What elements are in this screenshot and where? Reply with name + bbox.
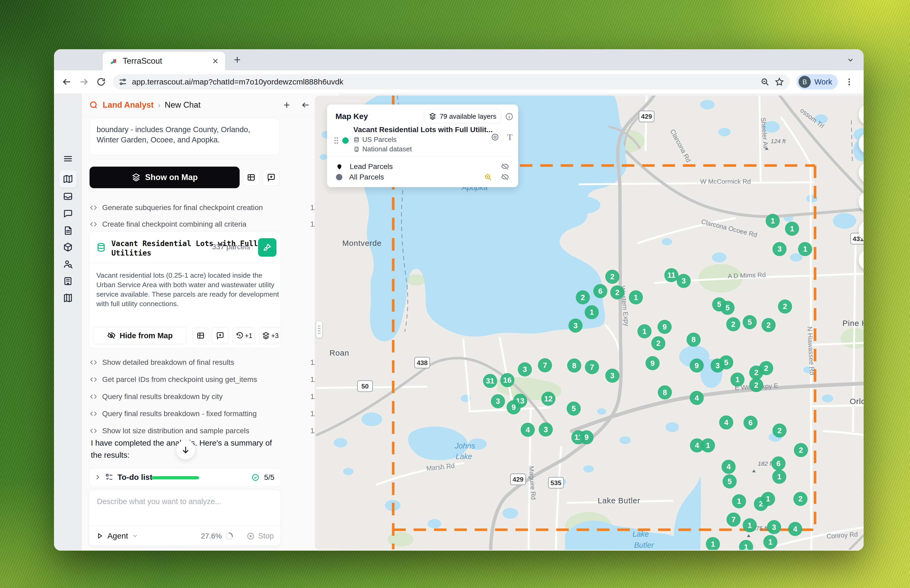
- comment-button[interactable]: [263, 169, 280, 186]
- site-settings-icon[interactable]: [118, 78, 127, 86]
- tool-step-row[interactable]: Get parcel IDs from checkpoint using get…: [89, 371, 332, 388]
- url-text[interactable]: app.terrascout.ai/map?chatId=m7o10yordew…: [132, 78, 755, 86]
- cluster-marker[interactable]: 4: [520, 423, 535, 437]
- cluster-marker[interactable]: 1: [763, 535, 777, 549]
- tab-terrascout[interactable]: TerraScout: [103, 52, 225, 70]
- cluster-marker[interactable]: 2: [761, 318, 776, 332]
- cluster-marker[interactable]: 8: [567, 359, 581, 373]
- new-chat-button[interactable]: [280, 98, 294, 112]
- rail-item-atlas[interactable]: [59, 289, 77, 307]
- rail-item-building[interactable]: [59, 272, 77, 290]
- cluster-marker[interactable]: 9: [646, 356, 660, 370]
- cluster-marker[interactable]: 1: [637, 324, 652, 338]
- bookmark-star-icon[interactable]: [774, 77, 784, 87]
- hide-from-map-button[interactable]: Hide from Map: [93, 327, 187, 344]
- reload-button[interactable]: [96, 77, 106, 87]
- cluster-marker[interactable]: 2: [778, 299, 792, 314]
- tool-step-row[interactable]: Query final results breakdown - fixed fo…: [89, 405, 332, 422]
- cluster-marker[interactable]: 8: [687, 333, 701, 347]
- result-history-button[interactable]: +1: [233, 327, 255, 344]
- cluster-marker[interactable]: 6: [771, 456, 786, 471]
- cluster-marker[interactable]: 2: [759, 361, 773, 375]
- zoom-to-layer-icon[interactable]: [484, 173, 492, 181]
- cluster-marker[interactable]: 1: [731, 372, 745, 387]
- tool-step-row[interactable]: Query final results breakdown by city1/1: [89, 388, 332, 405]
- cluster-marker[interactable]: 2: [610, 285, 625, 299]
- cluster-marker[interactable]: 7: [538, 358, 552, 372]
- cluster-marker[interactable]: 5: [723, 474, 737, 488]
- result-table-button[interactable]: [192, 327, 209, 344]
- cluster-marker[interactable]: 2: [605, 270, 619, 284]
- cluster-marker[interactable]: 3: [605, 369, 619, 383]
- rail-item-map[interactable]: [59, 170, 77, 188]
- rail-item-cube[interactable]: [59, 239, 77, 256]
- cluster-marker[interactable]: 3: [773, 242, 787, 256]
- chevron-right-icon[interactable]: [94, 473, 102, 481]
- info-icon[interactable]: [505, 112, 514, 121]
- layer-label-tool[interactable]: T: [507, 132, 512, 142]
- cluster-marker[interactable]: 3: [518, 362, 532, 376]
- cluster-marker[interactable]: 5: [743, 315, 757, 329]
- cluster-marker[interactable]: 9: [690, 359, 704, 373]
- back-button[interactable]: [61, 77, 72, 87]
- stop-icon[interactable]: [246, 532, 255, 540]
- cluster-marker[interactable]: 1: [766, 214, 780, 228]
- map-canvas[interactable]: 42943143850535429 MontverdeRoanLockhartP…: [315, 95, 864, 550]
- new-tab-button[interactable]: [233, 55, 241, 64]
- rail-item-inbox[interactable]: [59, 188, 77, 205]
- cluster-marker[interactable]: 11: [664, 268, 679, 283]
- tab-search-chevron-icon[interactable]: [847, 56, 855, 64]
- rail-item-person-search[interactable]: [59, 255, 77, 273]
- cluster-marker[interactable]: 1: [798, 242, 812, 256]
- cluster-marker[interactable]: 2: [651, 336, 665, 351]
- profile-chip[interactable]: B Work: [797, 74, 838, 89]
- cluster-marker[interactable]: 5: [719, 355, 733, 370]
- address-bar[interactable]: app.terrascout.ai/map?chatId=m7o10yordew…: [113, 74, 790, 89]
- composer-input[interactable]: Describe what you want to analyze...: [97, 497, 221, 506]
- cluster-marker[interactable]: 5: [721, 301, 735, 315]
- cluster-marker[interactable]: 2: [726, 317, 740, 331]
- cluster-marker[interactable]: 4: [690, 391, 704, 405]
- cluster-marker[interactable]: 7: [726, 512, 741, 527]
- cluster-marker[interactable]: 1: [785, 221, 799, 236]
- zoom-out-icon[interactable]: [760, 77, 769, 87]
- cluster-marker[interactable]: 5: [567, 402, 581, 416]
- panel-resize-handle[interactable]: [316, 321, 322, 338]
- cluster-marker[interactable]: 1: [761, 492, 775, 506]
- cluster-marker[interactable]: 3: [539, 422, 553, 437]
- cluster-marker[interactable]: 4: [788, 522, 802, 536]
- agent-mode-selector[interactable]: Agent: [96, 531, 139, 540]
- cluster-marker[interactable]: 2: [576, 290, 590, 305]
- cluster-marker[interactable]: 3: [491, 394, 505, 409]
- cluster-marker[interactable]: 6: [593, 284, 608, 298]
- tab-close-icon[interactable]: [212, 58, 219, 65]
- cluster-marker[interactable]: 6: [744, 415, 758, 430]
- cluster-marker[interactable]: 1: [732, 494, 746, 509]
- rail-item-chat[interactable]: [59, 205, 77, 222]
- tool-step-row[interactable]: Generate subqueries for final checkpoint…: [89, 199, 332, 216]
- cluster-marker[interactable]: 1: [772, 470, 787, 484]
- rail-item-document[interactable]: [59, 222, 77, 239]
- paint-parcels-button[interactable]: [258, 238, 276, 257]
- result-layers-button[interactable]: +3: [259, 327, 281, 344]
- cluster-marker[interactable]: 4: [721, 460, 736, 474]
- stop-button[interactable]: Stop: [258, 531, 274, 540]
- cluster-marker[interactable]: 1: [629, 290, 643, 305]
- show-on-map-button[interactable]: Show on Map: [89, 166, 239, 188]
- cluster-marker[interactable]: 2: [794, 443, 808, 457]
- cluster-marker[interactable]: 31: [483, 374, 498, 388]
- cluster-marker[interactable]: 3: [677, 274, 691, 288]
- rail-item-menu[interactable]: [59, 150, 77, 167]
- cluster-marker[interactable]: 3: [569, 318, 583, 333]
- layer-visibility-icon[interactable]: [491, 133, 499, 141]
- browser-menu-icon[interactable]: [845, 78, 853, 86]
- forward-button[interactable]: [79, 77, 89, 87]
- scroll-to-bottom-button[interactable]: [176, 440, 196, 460]
- table-view-button[interactable]: [243, 169, 260, 186]
- result-comment-button[interactable]: [212, 327, 229, 344]
- cluster-marker[interactable]: 9: [658, 320, 672, 334]
- cluster-marker[interactable]: 3: [767, 520, 781, 534]
- cluster-marker[interactable]: 2: [749, 378, 763, 392]
- cluster-marker[interactable]: 16: [500, 373, 514, 387]
- cluster-marker[interactable]: 2: [794, 492, 808, 506]
